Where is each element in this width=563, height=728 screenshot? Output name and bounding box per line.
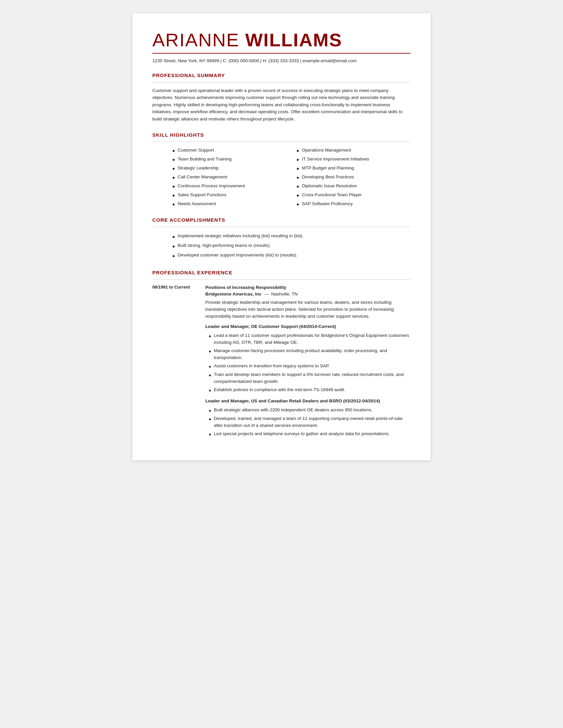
accomplishment-item: Built strong, high-performing teams to (… <box>172 241 411 251</box>
skill-item: Diplomatic Issue Resolution <box>297 182 411 190</box>
exp-date: 06/1991 to Current <box>152 284 199 438</box>
professional-summary-section: PROFESSIONAL SUMMARY Customer support an… <box>152 72 411 123</box>
exp-company-line: Bridgestone Americas, Inc — Nashville, T… <box>205 291 411 298</box>
professional-experience-divider <box>152 279 411 280</box>
skill-item: Team Building and Training <box>172 156 287 163</box>
exp-bullet: Led special projects and telephone surve… <box>209 430 411 438</box>
full-name: ARIANNE WILLIAMS <box>152 30 411 50</box>
professional-summary-divider <box>152 82 411 82</box>
resume-document: ARIANNE WILLIAMS 1235 Street, New York, … <box>132 13 431 460</box>
skill-highlights-title: SKILL HIGHLIGHTS <box>152 132 411 138</box>
exp-bullet: Built strategic alliances with 2200 inde… <box>209 406 411 415</box>
skill-item: Cross-Functional Team Player <box>297 191 411 199</box>
professional-experience-section: PROFESSIONAL EXPERIENCE 06/1991 to Curre… <box>152 270 411 438</box>
skill-item: Call Center Management <box>172 173 287 181</box>
core-accomplishments-divider <box>152 227 411 227</box>
skill-item: Strategic Leadership <box>172 164 287 172</box>
professional-summary-text: Customer support and operational leader … <box>152 87 411 123</box>
exp-content: Positions of Increasing Responsibility B… <box>205 284 411 438</box>
accomplishments-list: Implemented strategic initiatives includ… <box>172 232 411 260</box>
header: ARIANNE WILLIAMS 1235 Street, New York, … <box>152 30 411 63</box>
skill-item: Needs Assessment <box>172 200 287 208</box>
skill-item: Customer Support <box>172 147 287 154</box>
exp-description: Provide strategic leadership and managem… <box>205 299 411 320</box>
exp-bullet: Train and develop team members to suppor… <box>209 371 411 386</box>
first-name: ARIANNE <box>152 29 245 50</box>
core-accomplishments-title: CORE ACCOMPLISHMENTS <box>152 217 411 223</box>
exp-sub-title-2: Leader and Manager, US and Canadian Reta… <box>205 398 411 405</box>
skill-highlights-section: SKILL HIGHLIGHTS Customer Support Operat… <box>152 132 411 208</box>
skill-item: Operations Management <box>297 147 411 154</box>
exp-company: Bridgestone Americas, Inc <box>205 292 261 296</box>
skill-item: Developing Best Practices <box>297 173 411 181</box>
core-accomplishments-section: CORE ACCOMPLISHMENTS Implemented strateg… <box>152 217 411 260</box>
exp-bullet: Assist customers in transition from lega… <box>209 362 411 371</box>
professional-experience-title: PROFESSIONAL EXPERIENCE <box>152 270 411 275</box>
exp-bullets-2: Built strategic alliances with 2200 inde… <box>209 406 411 438</box>
skill-highlights-divider <box>152 142 411 142</box>
last-name: WILLIAMS <box>245 29 343 50</box>
header-divider <box>152 53 411 54</box>
exp-bullets: Lead a team of 11 customer support profe… <box>209 332 411 394</box>
skill-item: MTP Budget and Planning <box>297 164 411 172</box>
em-dash: — <box>264 292 269 296</box>
skill-item: SAP Software Proficiency <box>297 200 411 208</box>
professional-summary-title: PROFESSIONAL SUMMARY <box>152 72 411 78</box>
exp-sub-title: Leader and Manager, OE Customer Support … <box>205 323 411 330</box>
skill-item: IT Service Improvement Initiatives <box>297 156 411 163</box>
skill-item: Sales Support Functions <box>172 191 287 199</box>
accomplishment-item: Developed customer support improvements … <box>172 251 411 260</box>
exp-bullet: Establish policies in compliance with th… <box>209 386 411 394</box>
experience-entry: 06/1991 to Current Positions of Increasi… <box>152 284 411 438</box>
skills-grid: Customer Support Operations Management T… <box>172 147 411 208</box>
contact-info: 1235 Street, New York, NY 99999 | C: (00… <box>152 58 411 63</box>
exp-bullet: Manage customer-facing processes includi… <box>209 347 411 362</box>
exp-location: Nashville, TN <box>271 292 298 296</box>
exp-bullet: Lead a team of 11 customer support profe… <box>209 332 411 347</box>
accomplishment-item: Implemented strategic initiatives includ… <box>172 232 411 241</box>
skill-item: Continuous Process Improvement <box>172 182 287 190</box>
exp-bullet: Developed, trained, and managed a team o… <box>209 415 411 430</box>
exp-job-title: Positions of Increasing Responsibility <box>205 284 411 291</box>
